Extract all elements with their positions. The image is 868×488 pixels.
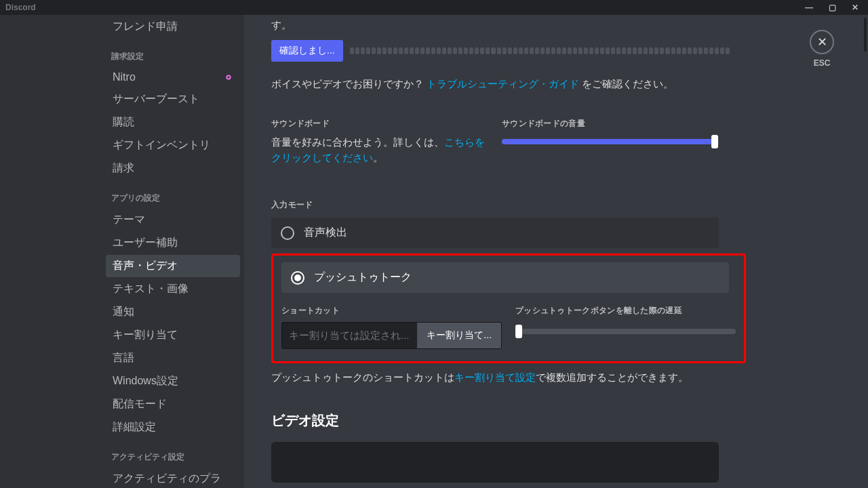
scrollbar-indicator[interactable]: [864, 18, 867, 52]
keybind-settings-link[interactable]: キー割り当て設定: [454, 371, 536, 383]
shortcut-input[interactable]: キー割り当ては設定され...: [282, 323, 417, 348]
window-controls: — ▢ ✕: [802, 3, 863, 12]
radio-label-ptt: プッシュトゥトーク: [314, 270, 412, 285]
sidebar-item-label: 購読: [113, 115, 134, 129]
sidebar-item-label: 通知: [113, 305, 134, 319]
settings-content: ✕ ESC す。 確認しまし... ボイスやビデオでお困りですか？ トラブルシュ…: [244, 15, 868, 488]
mic-trail-text: す。: [271, 19, 841, 32]
slider-thumb[interactable]: [515, 325, 522, 338]
sidebar-item-Windows設定[interactable]: Windows設定: [106, 370, 240, 392]
nitro-badge-icon: [224, 73, 233, 82]
sidebar-item-ギフトインベントリ[interactable]: ギフトインベントリ: [106, 134, 240, 157]
ptt-note: プッシュトゥトークのショートカットはキー割り当て設定で複数追加することができます…: [271, 371, 841, 384]
sidebar-item-label: 詳細設定: [113, 420, 156, 434]
sidebar-item-アクティビティのプラ[interactable]: アクティビティのプラ: [106, 468, 240, 488]
sidebar-item-詳細設定[interactable]: 詳細設定: [106, 416, 240, 439]
video-preview-box: [271, 442, 719, 483]
shortcut-input-wrap: キー割り当ては設定され... キー割り当て...: [281, 322, 502, 349]
shortcut-title: ショートカット: [281, 305, 502, 317]
shortcut-record-button[interactable]: キー割り当て...: [417, 323, 501, 348]
input-mode-title: 入力モード: [271, 199, 841, 211]
sidebar-header: アプリの設定: [106, 180, 240, 208]
soundboard-desc: 音量を好みに合わせよう。詳しくは、こちらをクリックしてください。: [271, 135, 488, 165]
sidebar-item-label: テーマ: [113, 213, 145, 227]
mic-check-button[interactable]: 確認しまし...: [271, 40, 343, 62]
video-settings-heading: ビデオ設定: [271, 411, 841, 430]
ptt-delay-slider[interactable]: [515, 329, 736, 334]
sidebar-header: アクティビティ設定: [106, 439, 240, 467]
sidebar-item-label: ギフトインベントリ: [113, 138, 210, 152]
maximize-icon[interactable]: ▢: [825, 3, 840, 12]
sidebar-gutter: [0, 15, 96, 488]
sidebar-item-テーマ[interactable]: テーマ: [106, 209, 240, 231]
radio-label-voice: 音声検出: [304, 226, 347, 240]
sidebar-item-label: Nitro: [113, 71, 136, 83]
sidebar-header: 請求設定: [106, 39, 240, 66]
titlebar: Discord — ▢ ✕: [0, 0, 868, 15]
soundboard-volume-title: サウンドボードの音量: [502, 118, 719, 129]
sidebar-item-言語[interactable]: 言語: [106, 347, 240, 369]
sidebar-item-label: 請求: [113, 161, 134, 176]
sidebar-item-購読[interactable]: 購読: [106, 111, 240, 134]
svg-point-1: [227, 76, 230, 79]
sidebar-item-label: キー割り当て: [113, 328, 178, 342]
settings-sidebar: フレンド申請請求設定Nitroサーバーブースト購読ギフトインベントリ請求アプリの…: [96, 15, 244, 488]
radio-icon: [291, 271, 304, 285]
sidebar-item-フレンド申請[interactable]: フレンド申請: [106, 16, 240, 38]
sidebar-item-通知[interactable]: 通知: [106, 301, 240, 323]
radio-voice-activity[interactable]: 音声検出: [271, 218, 719, 248]
sidebar-item-label: アクティビティのプラ: [113, 472, 221, 486]
ptt-highlight-box: プッシュトゥトーク ショートカット キー割り当ては設定され... キー割り当て.…: [271, 253, 746, 363]
app-wordmark: Discord: [5, 3, 36, 12]
sidebar-item-サーバーブースト[interactable]: サーバーブースト: [106, 88, 240, 110]
sidebar-item-請求[interactable]: 請求: [106, 157, 240, 180]
sidebar-item-label: フレンド申請: [113, 20, 178, 34]
sidebar-item-label: ユーザー補助: [113, 236, 178, 250]
minimize-icon[interactable]: —: [802, 3, 816, 12]
sidebar-item-ユーザー補助[interactable]: ユーザー補助: [106, 232, 240, 254]
sidebar-item-配信モード[interactable]: 配信モード: [106, 393, 240, 415]
close-icon[interactable]: ✕: [848, 3, 863, 12]
mic-level-meter: [350, 47, 730, 54]
slider-thumb[interactable]: [711, 135, 718, 148]
ptt-note-prefix: プッシュトゥトークのショートカットは: [271, 371, 454, 383]
sidebar-item-label: テキスト・画像: [113, 282, 189, 296]
soundboard-title: サウンドボード: [271, 118, 488, 129]
ptt-note-suffix: で複数追加することができます。: [536, 371, 688, 383]
sidebar-item-label: 音声・ビデオ: [113, 259, 178, 273]
sidebar-item-テキスト・画像[interactable]: テキスト・画像: [106, 278, 240, 300]
soundboard-volume-slider[interactable]: [502, 139, 719, 144]
sidebar-item-label: 配信モード: [113, 397, 167, 411]
sidebar-item-label: サーバーブースト: [113, 92, 199, 106]
close-icon: ✕: [810, 30, 834, 54]
sidebar-item-label: 言語: [113, 351, 134, 365]
ptt-delay-title: プッシュトゥトークボタンを離した際の遅延: [515, 305, 736, 317]
voice-help-text: ボイスやビデオでお困りですか？ トラブルシューティング・ガイド をご確認ください…: [271, 78, 841, 91]
soundboard-desc-prefix: 音量を好みに合わせよう。詳しくは、: [271, 136, 444, 148]
troubleshoot-link[interactable]: トラブルシューティング・ガイド: [427, 78, 579, 89]
voice-help-suffix: をご確認ください。: [579, 78, 673, 89]
sidebar-item-音声・ビデオ[interactable]: 音声・ビデオ: [106, 255, 240, 277]
voice-help-prefix: ボイスやビデオでお困りですか？: [271, 78, 427, 89]
sidebar-item-キー割り当て[interactable]: キー割り当て: [106, 324, 240, 346]
close-settings-button[interactable]: ✕ ESC: [810, 30, 834, 68]
sidebar-item-label: Windows設定: [113, 374, 178, 388]
sidebar-item-Nitro[interactable]: Nitro: [106, 67, 240, 87]
radio-push-to-talk[interactable]: プッシュトゥトーク: [281, 262, 729, 293]
soundboard-desc-suffix: 。: [373, 152, 383, 163]
radio-icon: [281, 226, 294, 240]
esc-label: ESC: [814, 58, 831, 68]
